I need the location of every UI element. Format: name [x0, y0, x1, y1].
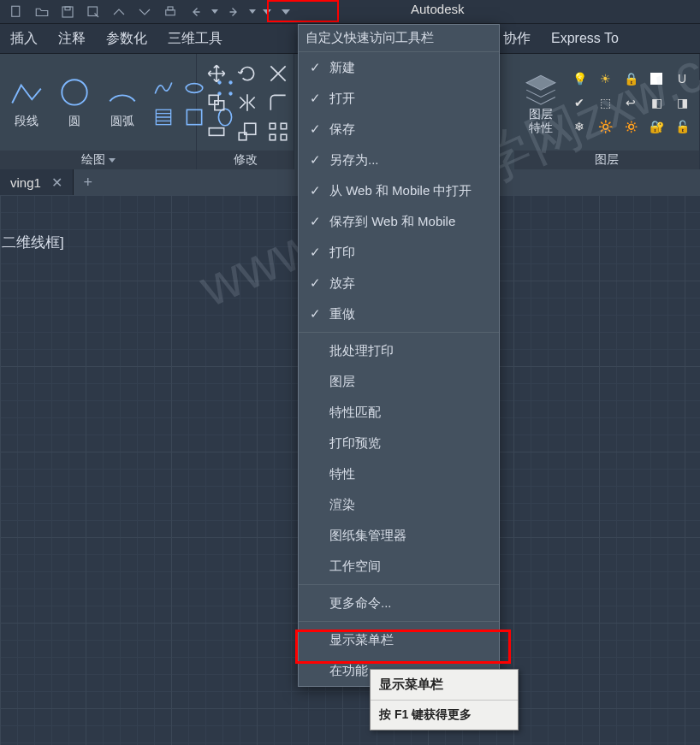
layer-sun-icon[interactable]: ☀ — [593, 68, 617, 90]
svg-rect-20 — [270, 123, 276, 129]
tool-fillet-icon[interactable] — [264, 89, 293, 116]
menu-item[interactable]: ✓另存为... — [299, 145, 499, 175]
qat-saveas-icon[interactable] — [80, 2, 106, 22]
menu-item[interactable]: 打印预览 — [299, 428, 499, 458]
menu-item[interactable]: 特性 — [299, 458, 499, 489]
menu-item[interactable]: 工作空间 — [299, 551, 499, 582]
menu-item[interactable]: 特性匹配 — [299, 397, 499, 428]
qat-save-icon[interactable] — [55, 2, 80, 22]
menu-item-label: 特性 — [329, 466, 355, 482]
tool-copy-icon[interactable] — [202, 89, 231, 116]
qat-open-icon[interactable] — [29, 2, 55, 22]
svg-rect-15 — [209, 95, 218, 104]
qat-web-open-icon[interactable] — [106, 2, 132, 22]
menu-item[interactable]: 更多命令... — [299, 588, 499, 618]
tooltip: 显示菜单栏 按 F1 键获得更多 — [370, 669, 519, 730]
btn-arc[interactable]: 圆弧 — [101, 74, 144, 131]
tab-3dtools[interactable]: 三维工具 — [164, 27, 226, 51]
tab-insert[interactable]: 插入 — [7, 27, 41, 51]
qat-redo-icon[interactable] — [221, 2, 246, 22]
tool-spline-icon[interactable] — [149, 74, 178, 102]
layer-prev-icon[interactable]: ↩ — [619, 92, 643, 114]
close-icon[interactable]: ✕ — [51, 174, 62, 191]
qat-undo-drop-icon[interactable] — [209, 2, 221, 22]
svg-rect-18 — [239, 133, 246, 140]
tool-rotate-icon[interactable] — [233, 60, 262, 87]
check-icon: ✓ — [307, 245, 323, 260]
layer-bulb-on-icon[interactable]: 💡 — [567, 68, 591, 90]
svg-rect-21 — [281, 123, 287, 129]
tool-array-icon[interactable] — [264, 118, 293, 145]
menu-item-label: 渲染 — [329, 497, 355, 513]
menu-item[interactable]: 渲染 — [299, 489, 499, 520]
menu-item-label: 重做 — [329, 306, 355, 322]
panel-modify-title[interactable]: 修改 — [197, 151, 294, 169]
menu-item[interactable]: 显示菜单栏 — [299, 624, 499, 655]
btn-layer-props[interactable]: 图层 特性 — [519, 68, 562, 136]
layer-off-icon[interactable]: 🔆 — [593, 115, 617, 138]
document-tab-name: ving1 — [10, 175, 41, 190]
layer-unlock-icon[interactable]: 🔓 — [670, 115, 694, 138]
tool-stretch-icon[interactable] — [202, 118, 231, 145]
panel-layers-title[interactable]: 图层 — [514, 151, 699, 169]
panel-draw-title[interactable]: 绘图 — [0, 151, 196, 169]
layer-make-current-icon[interactable]: ✔ — [567, 92, 591, 114]
menu-item[interactable]: ✓放弃 — [299, 268, 499, 299]
svg-rect-4 — [166, 9, 175, 15]
svg-rect-16 — [215, 100, 224, 109]
menu-item[interactable]: ✓打开 — [299, 83, 499, 114]
tab-express[interactable]: Express To — [548, 27, 622, 50]
qat-new-icon[interactable] — [3, 2, 29, 22]
tab-collab[interactable]: 协作 — [500, 27, 534, 51]
tool-mirror-icon[interactable] — [233, 89, 262, 116]
layer-iso-icon[interactable]: ◧ — [644, 92, 668, 114]
menu-item-label: 打开 — [329, 91, 355, 107]
menu-item[interactable]: ✓保存到 Web 和 Mobile — [299, 206, 499, 237]
menu-item-label: 图层 — [329, 374, 355, 390]
menu-item[interactable]: ✓从 Web 和 Mobile 中打开 — [299, 175, 499, 206]
check-icon: ✓ — [307, 275, 323, 291]
menu-item[interactable]: ✓保存 — [299, 114, 499, 145]
svg-rect-2 — [65, 7, 70, 10]
layer-lock2-icon[interactable]: 🔐 — [644, 115, 668, 138]
add-document-button[interactable]: + — [74, 174, 103, 192]
menu-item-label: 另存为... — [329, 152, 379, 169]
menu-item[interactable]: ✓重做 — [299, 299, 499, 329]
tooltip-help: 按 F1 键获得更多 — [371, 701, 518, 730]
visual-style-label[interactable]: 二维线框] — [2, 233, 64, 252]
menu-item-label: 批处理打印 — [329, 343, 394, 359]
qat-web-save-icon[interactable] — [132, 2, 157, 22]
tab-annotate[interactable]: 注释 — [55, 27, 89, 51]
qat-undo-icon[interactable] — [183, 2, 209, 22]
svg-point-6 — [62, 80, 86, 104]
svg-rect-22 — [270, 134, 276, 140]
layer-u-icon[interactable]: U — [670, 68, 694, 90]
tab-parametric[interactable]: 参数化 — [103, 27, 151, 51]
menu-item[interactable]: 图层 — [299, 366, 499, 397]
menu-header: 自定义快速访问工具栏 — [299, 25, 499, 52]
menu-item[interactable]: 图纸集管理器 — [299, 520, 499, 551]
btn-polyline[interactable]: 段线 — [5, 74, 48, 131]
menu-item-label: 打印 — [329, 245, 355, 261]
menu-item-label: 新建 — [329, 60, 355, 76]
qat-print-icon[interactable] — [157, 2, 183, 22]
layer-match-icon[interactable]: ⬚ — [593, 92, 617, 114]
menu-item-label: 从 Web 和 Mobile 中打开 — [329, 183, 472, 199]
layer-freeze-icon[interactable]: ❄ — [567, 115, 591, 138]
tool-hatch-icon[interactable] — [149, 103, 178, 131]
menu-item[interactable]: 批处理打印 — [299, 335, 499, 366]
menu-item[interactable]: ✓打印 — [299, 237, 499, 268]
tool-move-icon[interactable] — [202, 60, 231, 87]
tool-trim-icon[interactable] — [264, 60, 293, 87]
tool-scale-icon[interactable] — [233, 118, 262, 145]
layer-lock-icon[interactable]: 🔒 — [619, 68, 643, 90]
qat-customize-menu: 自定义快速访问工具栏 ✓新建✓打开✓保存✓另存为...✓从 Web 和 Mobi… — [298, 24, 500, 687]
menu-item[interactable]: ✓新建 — [299, 52, 499, 83]
btn-circle[interactable]: 圆 — [53, 74, 96, 131]
layer-on-icon[interactable]: 🔅 — [619, 115, 643, 138]
layer-color-icon[interactable] — [650, 73, 662, 85]
svg-rect-1 — [62, 7, 73, 17]
document-tab[interactable]: ving1 ✕ — [0, 169, 74, 195]
layer-uniso-icon[interactable]: ◨ — [670, 92, 694, 114]
qat-redo-drop-icon[interactable] — [246, 2, 258, 22]
